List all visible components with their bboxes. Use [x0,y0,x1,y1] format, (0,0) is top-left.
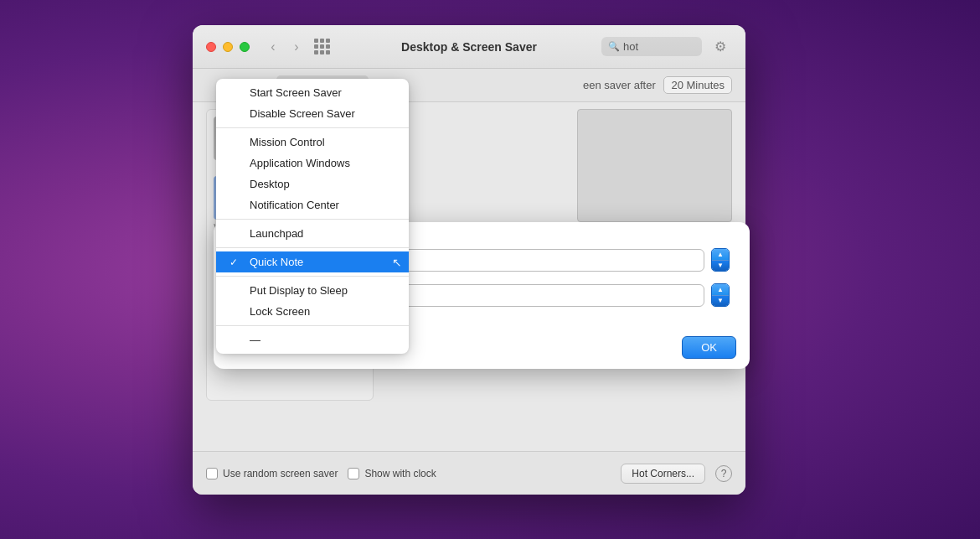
preview-area [577,109,732,222]
separator-3 [216,247,409,248]
stepper-down-icon[interactable]: ▼ [712,260,729,272]
back-button[interactable]: ‹ [263,37,283,57]
cursor-icon: ↖ [392,256,402,269]
clock-label: Show with clock [364,468,436,479]
separator-1 [216,127,409,128]
mission-control-stepper[interactable]: ▲ ▼ [711,248,730,272]
stepper-down-icon[interactable]: ▼ [712,295,729,307]
launchpad-stepper[interactable]: ▲ ▼ [711,283,730,307]
dropdown-menu: Start Screen Saver Disable Screen Saver … [216,79,409,354]
minimize-button[interactable] [223,42,233,52]
traffic-lights [206,42,250,52]
stepper-up-icon[interactable]: ▲ [712,284,729,295]
hot-corners-button[interactable]: Hot Corners... [621,464,705,484]
screensaver-after-label: een saver after 20 Minutes [583,79,732,91]
gear-button[interactable]: ⚙ [709,35,732,59]
separator-4 [216,276,409,277]
search-value: hot [623,40,638,53]
random-checkbox-row: Use random screen saver [206,468,338,479]
menu-item-start-screen-saver[interactable]: Start Screen Saver [216,82,409,103]
random-label: Use random screen saver [223,468,338,479]
time-select[interactable]: 20 Minutes [663,76,732,94]
menu-item-desktop[interactable]: Desktop [216,174,409,194]
stepper-up-icon[interactable]: ▲ [712,249,729,260]
maximize-button[interactable] [240,42,250,52]
menu-item-lock-screen[interactable]: Lock Screen [216,301,409,322]
menu-item-notification-center[interactable]: Notification Center [216,194,409,215]
forward-button[interactable]: › [286,37,307,57]
clock-checkbox-row: Show with clock [348,468,436,479]
menu-item-application-windows[interactable]: Application Windows [216,153,409,174]
grid-button[interactable] [310,35,333,59]
window-title: Desktop & Screen Saver [401,40,537,54]
bottom-bar: Use random screen saver Show with clock … [193,451,745,495]
close-button[interactable] [206,42,216,52]
help-button[interactable]: ? [715,465,732,482]
grid-icon [314,39,330,54]
ok-button[interactable]: OK [682,336,736,359]
menu-item-quick-note[interactable]: ✓ Quick Note ↖ [216,251,409,272]
desktop-background: ‹ › Desktop & Screen Saver 🔍 hot ⚙ Desk [0,0,980,539]
title-bar: ‹ › Desktop & Screen Saver 🔍 hot ⚙ [193,25,745,69]
menu-item-mission-control[interactable]: Mission Control [216,132,409,153]
separator-2 [216,219,409,220]
menu-item-dash[interactable]: — [216,329,409,350]
search-icon: 🔍 [608,41,620,52]
menu-item-put-display-sleep[interactable]: Put Display to Sleep [216,280,409,301]
random-checkbox[interactable] [206,468,218,479]
menu-item-disable-screen-saver[interactable]: Disable Screen Saver [216,103,409,124]
menu-item-launchpad[interactable]: Launchpad [216,223,409,244]
check-icon: ✓ [230,257,243,268]
nav-buttons: ‹ › [263,37,307,57]
search-bar[interactable]: 🔍 hot [601,37,702,56]
clock-checkbox[interactable] [348,468,359,479]
separator-5 [216,325,409,326]
